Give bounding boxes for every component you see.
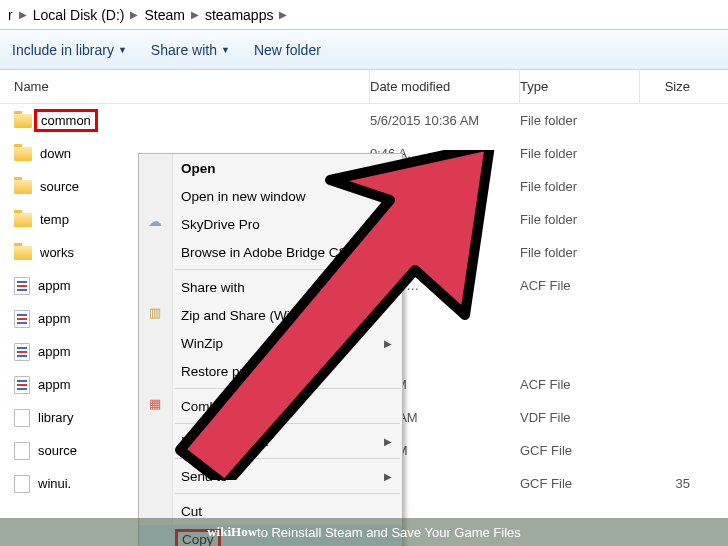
file-type: ACF File bbox=[520, 377, 640, 392]
file-name: winui. bbox=[38, 476, 71, 491]
menu-item[interactable]: WinZip▶ bbox=[139, 329, 402, 357]
chevron-right-icon: ▶ bbox=[19, 9, 27, 20]
caption-text: to Reinstall Steam and Save Your Game Fi… bbox=[257, 525, 521, 540]
folder-icon bbox=[14, 213, 32, 227]
chevron-right-icon: ▶ bbox=[384, 338, 392, 349]
file-icon bbox=[14, 376, 30, 394]
breadcrumb-item[interactable]: r bbox=[8, 7, 13, 23]
menu-item-label: Open in new window bbox=[181, 189, 306, 204]
file-name: appm bbox=[38, 311, 71, 326]
menu-item-label: Send to bbox=[181, 469, 228, 484]
menu-item-label: Open bbox=[181, 161, 216, 176]
share-with-button[interactable]: Share with ▼ bbox=[151, 42, 230, 58]
file-name: appm bbox=[38, 377, 71, 392]
chevron-down-icon: ▼ bbox=[118, 45, 127, 55]
file-icon bbox=[14, 277, 30, 295]
file-name: library bbox=[38, 410, 73, 425]
combine-icon bbox=[148, 398, 164, 414]
table-row[interactable]: common5/6/2015 10:36 AMFile folder bbox=[0, 104, 728, 137]
toolbar-label: Share with bbox=[151, 42, 217, 58]
menu-item[interactable]: Share with▶ bbox=[139, 273, 402, 301]
menu-item-label: Cut bbox=[181, 504, 202, 519]
chevron-right-icon: ▶ bbox=[384, 282, 392, 293]
file-date: 5/6/2015 10:36 AM bbox=[370, 113, 520, 128]
file-type: File folder bbox=[520, 113, 640, 128]
folder-icon bbox=[14, 246, 32, 260]
menu-item[interactable]: Restore previous versio bbox=[139, 357, 402, 385]
chevron-right-icon: ▶ bbox=[384, 219, 392, 230]
file-name: down bbox=[40, 146, 71, 161]
file-name: source bbox=[38, 443, 77, 458]
menu-separator bbox=[175, 423, 400, 424]
zip-icon bbox=[148, 307, 164, 323]
folder-icon bbox=[14, 147, 32, 161]
menu-separator bbox=[175, 493, 400, 494]
menu-item[interactable]: SkyDrive Pro▶ bbox=[139, 210, 402, 238]
chevron-down-icon: ▼ bbox=[221, 45, 230, 55]
file-icon bbox=[14, 442, 30, 460]
explorer-toolbar: Include in library ▼ Share with ▼ New fo… bbox=[0, 30, 728, 70]
menu-item[interactable]: Zip and Share (WinZip Exp bbox=[139, 301, 402, 329]
menu-item[interactable]: Open bbox=[139, 154, 402, 182]
menu-separator bbox=[175, 458, 400, 459]
file-icon bbox=[14, 343, 30, 361]
menu-item-label: Combine supporte bbox=[181, 399, 291, 414]
menu-item-label: WinZip bbox=[181, 336, 223, 351]
menu-item-label: SkyDrive Pro bbox=[181, 217, 260, 232]
menu-item-label: Restore previous versio bbox=[181, 364, 323, 379]
column-date[interactable]: Date modified bbox=[370, 70, 520, 103]
file-type: File folder bbox=[520, 245, 640, 260]
menu-item-label: Browse in Adobe Bridge CS6 bbox=[181, 245, 355, 260]
breadcrumb-item[interactable]: steamapps bbox=[205, 7, 273, 23]
folder-icon bbox=[14, 114, 32, 128]
menu-item[interactable]: Include in libra▶ bbox=[139, 427, 402, 455]
breadcrumb[interactable]: r ▶ Local Disk (D:) ▶ Steam ▶ steamapps … bbox=[0, 0, 728, 30]
toolbar-label: New folder bbox=[254, 42, 321, 58]
file-icon bbox=[14, 475, 30, 493]
file-name: works bbox=[40, 245, 74, 260]
folder-icon bbox=[14, 180, 32, 194]
breadcrumb-item[interactable]: Local Disk (D:) bbox=[33, 7, 125, 23]
menu-item-label: Include in libra bbox=[181, 434, 268, 449]
menu-item[interactable]: Send to▶ bbox=[139, 462, 402, 490]
new-folder-button[interactable]: New folder bbox=[254, 42, 321, 58]
menu-separator bbox=[175, 388, 400, 389]
file-name: temp bbox=[40, 212, 69, 227]
file-type: File folder bbox=[520, 146, 640, 161]
file-name: source bbox=[40, 179, 79, 194]
chevron-right-icon: ▶ bbox=[279, 9, 287, 20]
file-size: 35 bbox=[640, 476, 700, 491]
menu-item[interactable]: Open in new window bbox=[139, 182, 402, 210]
file-name: appm bbox=[38, 278, 71, 293]
file-type: File folder bbox=[520, 212, 640, 227]
file-type: GCF File bbox=[520, 476, 640, 491]
column-headers: Name Date modified Type Size bbox=[0, 70, 728, 104]
column-size[interactable]: Size bbox=[640, 79, 700, 94]
file-icon bbox=[14, 409, 30, 427]
column-name[interactable]: Name bbox=[0, 70, 370, 103]
file-icon bbox=[14, 310, 30, 328]
menu-item-label: Share with bbox=[181, 280, 245, 295]
menu-separator bbox=[175, 269, 400, 270]
cloud-icon bbox=[148, 216, 164, 232]
file-type: VDF File bbox=[520, 410, 640, 425]
file-type: File folder bbox=[520, 179, 640, 194]
chevron-right-icon: ▶ bbox=[384, 436, 392, 447]
toolbar-label: Include in library bbox=[12, 42, 114, 58]
wikihow-caption: wikiHow to Reinstall Steam and Save Your… bbox=[0, 518, 728, 546]
chevron-right-icon: ▶ bbox=[384, 471, 392, 482]
file-name: common bbox=[34, 109, 98, 132]
menu-item[interactable]: Combine supporte bbox=[139, 392, 402, 420]
context-menu: OpenOpen in new windowSkyDrive Pro▶Brows… bbox=[138, 153, 403, 546]
file-type: GCF File bbox=[520, 443, 640, 458]
file-type: ACF File bbox=[520, 278, 640, 293]
chevron-right-icon: ▶ bbox=[191, 9, 199, 20]
menu-item-label: Zip and Share (WinZip Exp bbox=[181, 308, 343, 323]
caption-prefix: wikiHow bbox=[207, 524, 257, 540]
column-type[interactable]: Type bbox=[520, 70, 640, 103]
include-in-library-button[interactable]: Include in library ▼ bbox=[12, 42, 127, 58]
breadcrumb-item[interactable]: Steam bbox=[144, 7, 184, 23]
menu-item[interactable]: Browse in Adobe Bridge CS6 bbox=[139, 238, 402, 266]
chevron-right-icon: ▶ bbox=[130, 9, 138, 20]
file-name: appm bbox=[38, 344, 71, 359]
